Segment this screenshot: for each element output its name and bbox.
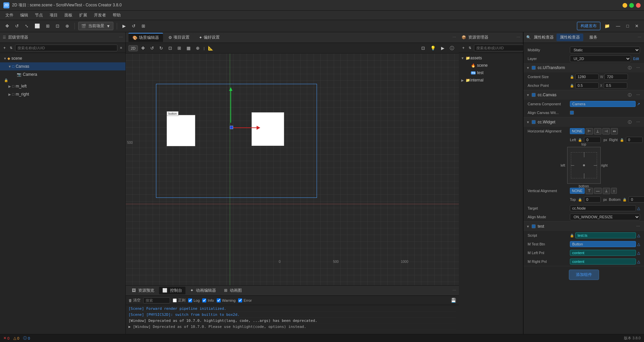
window-min-btn[interactable]: — — [614, 22, 622, 30]
tree-item-canvas[interactable]: ▼ □ Canvas — [0, 62, 125, 70]
menu-file[interactable]: 文件 — [3, 11, 16, 19]
clear-console-btn[interactable]: 🗑 清空 — [128, 298, 141, 303]
filter-normal[interactable]: 正则 — [173, 298, 185, 303]
m-test-btn-field[interactable]: Button — [570, 241, 636, 247]
h-align-left[interactable]: ⊢ — [586, 128, 593, 134]
console-tab-anim-graph[interactable]: ⊞ 动画图 — [221, 287, 245, 294]
align-mode-select[interactable]: ON_WINDOW_RESIZE — [570, 214, 640, 220]
filter-log-check[interactable] — [188, 298, 192, 302]
window-controls[interactable] — [623, 3, 641, 8]
scene-tool1[interactable]: ✥ — [139, 44, 147, 52]
widget-info-btn[interactable]: ⓘ — [627, 119, 633, 125]
scene-grid-toggle[interactable]: ▦ — [184, 44, 193, 52]
assets-item-test[interactable]: TS test — [459, 69, 523, 76]
camera-comp-link-icon[interactable]: ↗ — [637, 102, 640, 106]
test-menu-btn[interactable]: ⋯ — [635, 224, 641, 229]
scene-info-btn[interactable]: ⓘ — [448, 44, 456, 53]
hierarchy-add-btn[interactable]: + — [2, 45, 7, 51]
top-input[interactable] — [584, 196, 601, 203]
scene-2d-btn[interactable]: 2D — [128, 45, 138, 51]
canvas-header[interactable]: ▼ cc.Canvas ⓘ ⋯ — [524, 90, 644, 100]
tab-preferences[interactable]: ✦ 偏好设置 — [195, 33, 224, 42]
widget-check[interactable] — [532, 120, 536, 124]
console-tab-assets-preview[interactable]: 🖼 资源预览 — [128, 287, 158, 294]
scene-snap[interactable]: ⊞ — [175, 44, 183, 52]
scene-ruler[interactable]: 📐 — [206, 44, 215, 52]
v-align-top[interactable]: ⊤ — [586, 188, 593, 194]
target-field[interactable]: cc.Node — [570, 205, 636, 211]
h-align-right-b[interactable]: ⊣ — [602, 128, 610, 134]
menu-developer[interactable]: 开发者 — [91, 11, 109, 19]
bottom-lock[interactable]: 🔒 — [623, 198, 627, 202]
scene-box-left[interactable] — [167, 115, 195, 146]
scene-selector[interactable]: 🎬 当前场景 ▼ — [78, 22, 113, 30]
tool-rect[interactable]: ⬜ — [33, 22, 42, 30]
add-component-button[interactable]: 添加组件 — [569, 270, 599, 280]
filter-error-check[interactable] — [238, 298, 242, 302]
menu-extension[interactable]: 扩展 — [76, 11, 90, 19]
widget-menu-btn[interactable]: ⋯ — [635, 119, 641, 125]
assets-item-scene[interactable]: 🔥 scene — [459, 62, 523, 69]
tab-project-settings[interactable]: ⚙ 项目设置 — [164, 33, 194, 42]
assets-add-btn[interactable]: + — [461, 45, 466, 51]
inspector-menu-icon[interactable]: ⋯ — [638, 35, 641, 40]
content-size-w[interactable] — [575, 74, 599, 80]
menu-project[interactable]: 项目 — [47, 11, 60, 19]
menu-help[interactable]: 帮助 — [110, 11, 123, 19]
tool-transform[interactable]: ⊞ — [44, 22, 52, 30]
filter-log[interactable]: Log — [188, 298, 200, 302]
minimize-button[interactable] — [623, 3, 627, 8]
menu-node[interactable]: 节点 — [32, 11, 46, 19]
scene-undo[interactable]: ↺ — [148, 44, 156, 52]
filter-warning[interactable]: Warning — [217, 298, 236, 302]
tool-scale[interactable]: ⤡ — [23, 22, 31, 30]
scene-light-btn[interactable]: 💡 — [428, 44, 438, 53]
window-max-btn[interactable]: □ — [624, 22, 631, 30]
maximize-button[interactable] — [629, 3, 634, 8]
m-right-pnl-link-icon[interactable]: △ — [637, 260, 640, 264]
h-align-stretch[interactable]: ⇔ — [611, 128, 618, 134]
console-tab-animation[interactable]: ✦ 动画编辑器 — [187, 287, 219, 294]
hierarchy-search[interactable] — [15, 45, 117, 51]
play-button[interactable]: ▶ — [120, 22, 128, 30]
scene-play-btn[interactable]: ▶ — [439, 44, 446, 53]
console-tab-console[interactable]: ⬜ 控制台 — [159, 287, 185, 294]
hierarchy-filter-btn[interactable]: ≡ — [119, 45, 123, 50]
console-save-icon[interactable]: 💾 — [451, 298, 456, 303]
filter-warning-check[interactable] — [217, 298, 221, 302]
mobility-select[interactable]: Static — [570, 47, 640, 53]
uitransform-check[interactable] — [532, 66, 536, 70]
anchor-x[interactable] — [575, 82, 599, 89]
assets-sort-btn[interactable]: ⇅ — [467, 45, 473, 50]
assets-item-assets[interactable]: ▼ 📁 assets — [459, 54, 523, 62]
tab-scene-editor[interactable]: 🎨 场景编辑器 — [128, 33, 163, 42]
widget-header[interactable]: ▼ cc.Widget ⓘ ⋯ — [524, 117, 644, 127]
v-align-stretch[interactable]: ↕ — [611, 188, 617, 194]
script-lock[interactable]: 🔒 — [570, 234, 574, 237]
filter-normal-check[interactable] — [173, 298, 177, 302]
test-header[interactable]: ▼ test ⋯ — [524, 222, 644, 231]
window-close-btn[interactable]: ✕ — [633, 22, 641, 30]
v-align-bottom-b[interactable]: ⊥ — [603, 188, 610, 194]
hierarchy-menu-icon[interactable]: ⋯ — [119, 35, 123, 40]
h-align-center[interactable]: ⊥ — [594, 128, 601, 134]
scene-viewport[interactable]: 500 0 500 1000 button — [126, 54, 459, 285]
tool-move[interactable]: ✥ — [3, 22, 11, 30]
console-search[interactable] — [143, 297, 170, 303]
right-input[interactable] — [626, 137, 643, 143]
publish-button[interactable]: 构建发布 — [577, 22, 600, 30]
layer-select[interactable]: UI_2D — [570, 55, 631, 62]
menu-edit[interactable]: 编辑 — [17, 11, 31, 19]
filter-info[interactable]: Info — [202, 298, 214, 302]
m-left-pnl-link-icon[interactable]: △ — [637, 251, 640, 255]
anchor-y[interactable] — [604, 82, 627, 89]
v-align-mid[interactable]: — — [594, 188, 602, 194]
bottom-input[interactable] — [629, 196, 644, 203]
tab-services[interactable]: 服务 — [586, 34, 601, 41]
camera-comp-field[interactable]: Camera — [570, 101, 636, 107]
tab-inspector[interactable]: 属性检查器 — [556, 34, 583, 41]
top-lock[interactable]: 🔒 — [578, 198, 582, 202]
menu-panel[interactable]: 面板 — [62, 11, 75, 19]
filter-info-check[interactable] — [202, 298, 206, 302]
layout-button[interactable]: ⊞ — [140, 22, 147, 30]
